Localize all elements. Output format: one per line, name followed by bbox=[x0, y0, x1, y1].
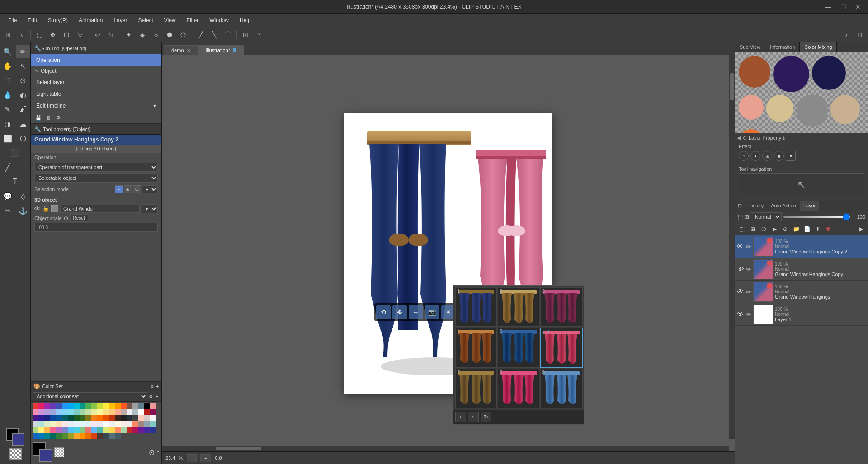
swatch-skin[interactable] bbox=[739, 95, 764, 120]
color-set-opt1[interactable]: ⚙ bbox=[147, 394, 154, 399]
layer-vis-2[interactable]: 👁 bbox=[737, 288, 744, 296]
3d-btn-rotate[interactable]: ⟲ bbox=[376, 305, 391, 319]
color-swatch-35[interactable] bbox=[115, 409, 121, 415]
color-swatch-65[interactable] bbox=[44, 421, 50, 427]
material-cell-8[interactable]: 8 bbox=[498, 369, 539, 408]
toolbar-action2[interactable]: ◈ bbox=[136, 28, 149, 41]
toolbar-redo[interactable]: ↪ bbox=[105, 28, 118, 41]
layer-edit-1[interactable]: ✏ bbox=[746, 266, 751, 273]
color-swatch-47[interactable] bbox=[62, 415, 68, 421]
tool-brush[interactable]: 🖌 bbox=[16, 103, 30, 116]
tool-pen[interactable]: ✏ bbox=[16, 45, 30, 58]
transparent-color[interactable] bbox=[9, 448, 22, 460]
color-swatch-15[interactable] bbox=[121, 403, 127, 409]
color-swatch-83[interactable] bbox=[150, 421, 156, 427]
color-swatch-32[interactable] bbox=[97, 409, 103, 415]
color-swatch-54[interactable] bbox=[103, 415, 109, 421]
layer-item-2[interactable]: 👁 ✏ 100 % Normal Grand Window Hangings bbox=[735, 281, 868, 303]
material-cell-7[interactable]: 7 bbox=[455, 369, 497, 408]
color-swatch-21[interactable] bbox=[33, 409, 38, 415]
layer-vis-0[interactable]: 👁 bbox=[737, 243, 744, 251]
color-swatch-0[interactable] bbox=[33, 403, 38, 409]
layer-vis-3[interactable]: 👁 bbox=[737, 310, 744, 319]
color-swatch-99[interactable] bbox=[121, 427, 127, 433]
color-swatch-59[interactable] bbox=[132, 415, 138, 421]
color-swatch-105[interactable] bbox=[33, 433, 38, 439]
tab-layer[interactable]: Layer bbox=[800, 201, 820, 211]
tool-zoom[interactable]: 🔍 bbox=[1, 45, 14, 58]
tool-move[interactable]: ✋ bbox=[1, 59, 14, 73]
tool-blur[interactable]: ☁ bbox=[16, 117, 30, 131]
color-set-btn1[interactable]: ⚙ bbox=[150, 384, 154, 389]
material-cell-1[interactable]: 1 bbox=[455, 287, 497, 327]
layer-btn-7[interactable]: 📄 bbox=[802, 224, 812, 234]
obj-bg-icon[interactable] bbox=[51, 205, 58, 212]
tool-eraser[interactable]: ⬜ bbox=[1, 131, 14, 145]
color-swatch-72[interactable] bbox=[85, 421, 91, 427]
color-swatch-93[interactable] bbox=[85, 427, 91, 433]
scroll-h[interactable] bbox=[162, 446, 729, 451]
tool-vector[interactable]: ◇ bbox=[16, 189, 30, 203]
scroll-v[interactable] bbox=[729, 55, 735, 439]
color-swatch-51[interactable] bbox=[85, 415, 91, 421]
tool-cut[interactable]: ✂ bbox=[1, 204, 14, 217]
color-swatch-24[interactable] bbox=[50, 409, 56, 415]
color-swatch-88[interactable] bbox=[56, 427, 62, 433]
tab-demo[interactable]: demo ✕ bbox=[164, 45, 198, 55]
color-swatch-86[interactable] bbox=[44, 427, 50, 433]
color-swatch-73[interactable] bbox=[91, 421, 97, 427]
color-swatch-114[interactable] bbox=[85, 433, 91, 439]
swatch-gray[interactable] bbox=[796, 95, 828, 127]
color-swatch-94[interactable] bbox=[91, 427, 97, 433]
mode-icon-1[interactable]: ▪ bbox=[115, 185, 123, 193]
window-controls[interactable]: — ☐ ✕ bbox=[822, 0, 863, 14]
tab-illustration[interactable]: Illustration* bbox=[198, 45, 244, 55]
color-swatch-4[interactable] bbox=[56, 403, 62, 409]
layer-item-3[interactable]: 👁 ✏ 100 % Normal Layer 1 bbox=[735, 303, 868, 326]
layer-edit-2[interactable]: ✏ bbox=[746, 288, 751, 295]
color-swatch-29[interactable] bbox=[80, 409, 85, 415]
material-cell-4[interactable]: 4 bbox=[455, 328, 497, 368]
menu-view[interactable]: View bbox=[160, 15, 180, 25]
collapse-icon[interactable]: ⊟ bbox=[735, 201, 745, 211]
color-swatch-69[interactable] bbox=[68, 421, 74, 427]
toolbar-line2[interactable]: ╲ bbox=[208, 28, 221, 41]
material-cell-2[interactable]: 2 bbox=[498, 287, 539, 327]
menu-edit[interactable]: Edit bbox=[23, 15, 42, 25]
mode-icon-3[interactable]: ⬡ bbox=[133, 185, 141, 193]
color-swatch-61[interactable] bbox=[144, 415, 150, 421]
zoom-in-btn[interactable]: + bbox=[200, 454, 211, 462]
color-swatch-101[interactable] bbox=[132, 427, 138, 433]
tool-nav-area[interactable]: ↖ bbox=[739, 173, 864, 196]
tool-connect[interactable]: ⚓ bbox=[16, 204, 30, 217]
toolbar-collapse2[interactable]: ‹ bbox=[15, 28, 28, 41]
color-swatch-53[interactable] bbox=[97, 415, 103, 421]
canvas-viewport[interactable]: ⟲ ✥ ↔ 📷 ☀ ◈ ⬡ ⬢ ↺ 1 bbox=[162, 55, 735, 451]
color-swatch-97[interactable] bbox=[109, 427, 115, 433]
tool-3d[interactable]: ⬡ bbox=[16, 131, 30, 145]
color-swatch-57[interactable] bbox=[121, 415, 127, 421]
layer-btn-2[interactable]: ⊞ bbox=[748, 224, 758, 234]
toolbar-transform2[interactable]: ▽ bbox=[74, 28, 86, 41]
material-cell-9[interactable]: 9 bbox=[540, 369, 583, 408]
subtool-edit-timeline[interactable]: Edit timeline▾ bbox=[31, 100, 161, 112]
color-swatch-43[interactable] bbox=[38, 415, 44, 421]
color-swatch-67[interactable] bbox=[56, 421, 62, 427]
selectable-object-select[interactable]: Selectable object bbox=[34, 173, 158, 183]
layer-mode-select[interactable]: Normal Multiply Screen Overlay bbox=[751, 212, 782, 221]
menu-file[interactable]: File bbox=[4, 15, 21, 25]
color-swatch-82[interactable] bbox=[144, 421, 150, 427]
toolbar-action3[interactable]: ⟐ bbox=[150, 28, 162, 41]
tool-text[interactable]: T bbox=[9, 175, 22, 188]
swatch-beige[interactable] bbox=[830, 95, 860, 124]
color-swatch-8[interactable] bbox=[80, 403, 85, 409]
layer-collapse[interactable]: ▶ bbox=[856, 224, 866, 234]
color-swatch-12[interactable] bbox=[103, 403, 109, 409]
operation-select[interactable]: Operation of transparent part bbox=[34, 163, 158, 172]
layer-info-icon[interactable]: ℹ bbox=[783, 135, 785, 141]
color-swatch-14[interactable] bbox=[115, 403, 121, 409]
menu-layer[interactable]: Layer bbox=[109, 15, 132, 25]
menu-animation[interactable]: Animation bbox=[74, 15, 107, 25]
tool-paint[interactable]: ◑ bbox=[1, 117, 14, 131]
color-swatch-16[interactable] bbox=[127, 403, 132, 409]
